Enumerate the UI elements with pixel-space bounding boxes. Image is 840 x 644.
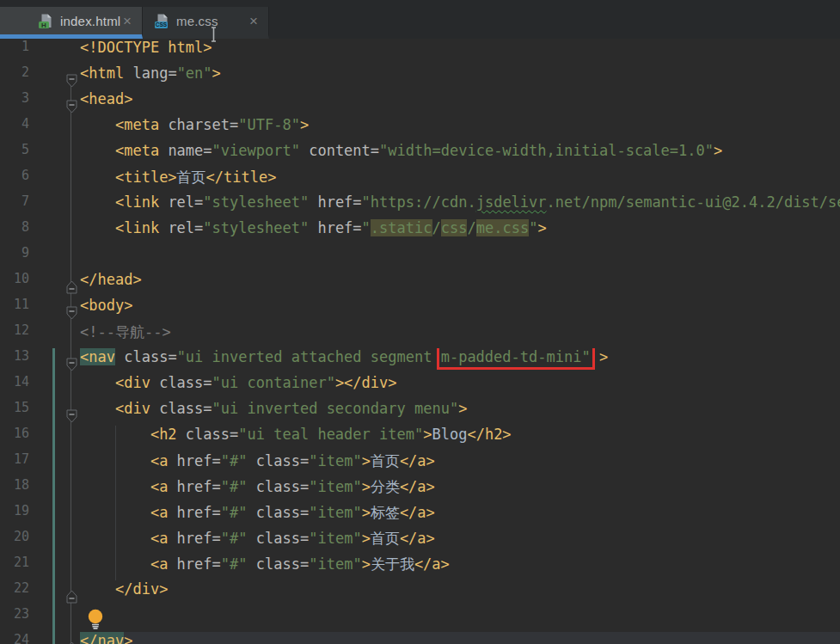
fold-end-icon[interactable] [66, 638, 77, 644]
tab-close-icon[interactable]: × [248, 14, 260, 28]
fold-collapse-icon[interactable] [66, 406, 77, 420]
code-token: Blog [432, 426, 467, 443]
gutter-fold-column [29, 529, 80, 555]
code-token [80, 193, 115, 211]
code-token [80, 374, 115, 391]
code-token: "https://cdn. [362, 193, 476, 211]
code-token: "item" [309, 504, 361, 521]
tab-close-icon[interactable]: × [121, 14, 133, 28]
code-line[interactable]: 17 <a href="#" class="item">首页</a> [0, 451, 840, 477]
code-line[interactable]: 8 <link rel="stylesheet" href=".static/c… [0, 219, 840, 245]
tab-index-html[interactable]: H index.html × [0, 7, 143, 39]
code-text[interactable]: <meta name="viewport" content="width=dev… [80, 142, 840, 168]
intention-lightbulb-icon[interactable] [86, 608, 105, 630]
code-text[interactable]: <body> [80, 297, 840, 322]
line-number: 7 [0, 193, 29, 219]
code-line[interactable]: 11<body> [0, 297, 840, 322]
code-text[interactable]: <!DOCTYPE html> [80, 39, 840, 64]
code-text[interactable]: <a href="#" class="item">标签</a> [80, 503, 840, 529]
code-token: = [300, 452, 309, 469]
line-number: 19 [0, 503, 29, 529]
code-text[interactable]: <head> [80, 90, 840, 116]
code-editor[interactable]: 1<!DOCTYPE html>2<html lang="en">3<head>… [0, 39, 840, 644]
ibeam-cursor [210, 26, 218, 46]
code-text[interactable]: <link rel="stylesheet" href="https://cdn… [80, 193, 840, 219]
code-text[interactable] [80, 606, 840, 632]
code-token: <title> [115, 169, 177, 186]
code-text[interactable]: <title>首页</title> [80, 168, 840, 193]
code-text[interactable]: <a href="#" class="item">首页</a> [80, 529, 840, 555]
gutter-fold-column [29, 606, 80, 632]
line-number: 4 [0, 116, 29, 142]
code-text[interactable]: <a href="#" class="item">分类</a> [80, 477, 840, 503]
code-line[interactable]: 14 <div class="ui container"></div> [0, 374, 840, 400]
code-line[interactable]: 16 <h2 class="ui teal header item">Blog<… [0, 426, 840, 451]
code-token: rel [159, 219, 194, 236]
code-line[interactable]: 22 </div> [0, 580, 840, 606]
fold-end-icon[interactable] [66, 277, 77, 291]
code-text[interactable]: <h2 class="ui teal header item">Blog</h2… [80, 426, 840, 451]
code-text[interactable]: <meta charset="UTF-8"> [80, 116, 840, 142]
code-token: content [300, 142, 371, 159]
code-text[interactable]: <div class="ui container"></div> [80, 374, 840, 400]
code-token: > [362, 530, 371, 547]
code-text[interactable]: <a href="#" class="item">首页</a> [80, 451, 840, 477]
code-line[interactable]: 4 <meta charset="UTF-8"> [0, 116, 840, 142]
code-token: > [423, 426, 432, 443]
code-token [80, 478, 150, 495]
code-line[interactable]: 23 [0, 606, 840, 632]
code-token: <!DOCTYPE html> [80, 39, 212, 56]
code-line[interactable]: 5 <meta name="viewport" content="width=d… [0, 142, 840, 168]
code-text[interactable]: <nav class="ui inverted attached segment… [80, 348, 840, 374]
code-line[interactable]: 18 <a href="#" class="item">分类</a> [0, 477, 840, 503]
gutter-fold-column [29, 297, 80, 322]
gutter-fold-column [29, 400, 80, 426]
code-line[interactable]: 10</head> [0, 271, 840, 297]
code-text[interactable]: <div class="ui inverted secondary menu"> [80, 400, 840, 426]
code-token: </h2> [467, 426, 511, 443]
code-line[interactable]: 13<nav class="ui inverted attached segme… [0, 348, 840, 374]
fold-collapse-icon[interactable] [66, 96, 77, 110]
code-text[interactable]: </nav> [80, 632, 840, 644]
line-number: 15 [0, 400, 29, 426]
code-line[interactable]: 15 <div class="ui inverted secondary men… [0, 400, 840, 426]
code-token: = [203, 142, 212, 159]
fold-collapse-icon[interactable] [66, 71, 77, 84]
line-number: 1 [0, 39, 29, 64]
code-text[interactable]: <link rel="stylesheet" href=".static/css… [80, 219, 840, 245]
code-line[interactable]: 7 <link rel="stylesheet" href="https://c… [0, 193, 840, 219]
code-token: class [177, 426, 230, 443]
code-line[interactable]: 3<head> [0, 90, 840, 116]
fold-end-icon[interactable] [66, 586, 77, 600]
code-line[interactable]: 24</nav> [0, 632, 840, 644]
gutter-fold-column [29, 503, 80, 529]
code-line[interactable]: 9 [0, 245, 840, 271]
code-text[interactable]: <a href="#" class="item">关于我</a> [80, 555, 840, 580]
editor-tab-bar: H index.html × CSS me.css × [0, 0, 840, 39]
code-token: / [432, 219, 441, 236]
code-token: 分类 [371, 478, 400, 495]
code-text[interactable]: </div> [80, 580, 840, 606]
code-token: m-padded-td-mini" [441, 348, 591, 365]
code-line[interactable]: 6 <title>首页</title> [0, 168, 840, 193]
code-token: "ui inverted secondary menu" [212, 400, 459, 417]
fold-collapse-icon[interactable] [66, 303, 77, 316]
code-line[interactable]: 2<html lang="en"> [0, 64, 840, 90]
code-text[interactable]: </head> [80, 271, 840, 297]
code-text[interactable] [80, 245, 840, 271]
code-line[interactable]: 12<!--导航--> [0, 322, 840, 348]
tab-me-css[interactable]: CSS me.css × [143, 7, 269, 39]
code-line[interactable]: 1<!DOCTYPE html> [0, 39, 840, 64]
code-line[interactable]: 19 <a href="#" class="item">标签</a> [0, 503, 840, 529]
code-line[interactable]: 21 <a href="#" class="item">关于我</a> [0, 555, 840, 580]
code-text[interactable]: <html lang="en"> [80, 64, 840, 90]
code-token: <a [150, 504, 168, 521]
code-token: = [203, 400, 212, 417]
code-text[interactable]: <!--导航--> [80, 322, 840, 348]
fold-collapse-icon[interactable] [66, 354, 77, 368]
line-number: 3 [0, 90, 29, 116]
code-line[interactable]: 20 <a href="#" class="item">首页</a> [0, 529, 840, 555]
code-token: > [599, 348, 608, 365]
code-token: <nav [80, 348, 115, 365]
code-token: </a> [414, 555, 450, 573]
